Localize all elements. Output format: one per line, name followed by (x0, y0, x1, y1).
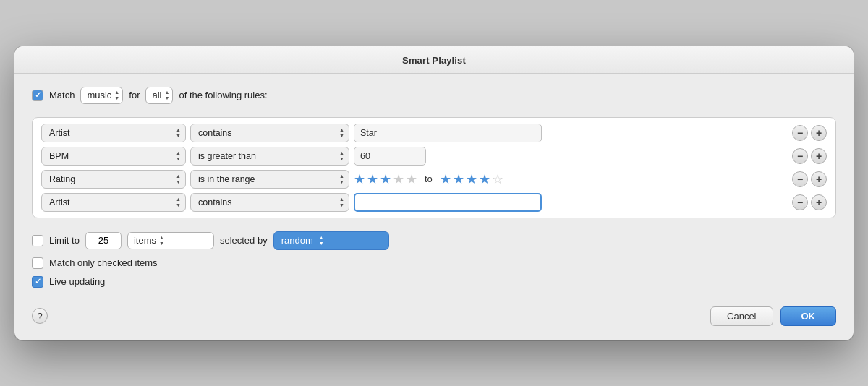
rule-field-select-1[interactable]: Artist ▲ ▼ (41, 124, 186, 142)
star-5[interactable]: ★ (406, 171, 417, 187)
limit-line: Limit to items ▲ ▼ selected by random ▲ … (32, 231, 836, 250)
add-rule-4[interactable]: + (811, 194, 827, 210)
rule-row: Artist ▲ ▼ contains ▲ ▼ − (41, 193, 827, 212)
for-label: for (129, 90, 140, 100)
rating-to-stars[interactable]: ★ ★ ★ ★ ☆ (440, 171, 503, 187)
rule-condition-select-3[interactable]: is in the range ▲ ▼ (190, 170, 349, 189)
selected-by-label: selected by (220, 235, 268, 246)
rule-value-input-2[interactable] (354, 147, 426, 166)
remove-rule-4[interactable]: − (792, 194, 808, 210)
music-select[interactable]: music ▲ ▼ (80, 87, 123, 104)
star-t1[interactable]: ★ (440, 171, 451, 187)
match-label: Match (49, 90, 75, 100)
live-updating-line: Live updating (32, 276, 836, 288)
star-2[interactable]: ★ (367, 171, 378, 187)
match-only-checked-label: Match only checked items (49, 257, 158, 268)
rule-value-input-1[interactable] (354, 124, 542, 142)
star-t2[interactable]: ★ (453, 171, 464, 187)
rule-row: Artist ▲ ▼ contains ▲ ▼ − (41, 124, 827, 142)
rule-field-select-2[interactable]: BPM ▲ ▼ (41, 147, 186, 166)
live-updating-label: Live updating (49, 276, 105, 287)
add-rule-3[interactable]: + (811, 171, 827, 187)
star-4[interactable]: ★ (393, 171, 404, 187)
dialog-title: Smart Playlist (14, 46, 854, 74)
rule-condition-select-2[interactable]: is greater than ▲ ▼ (190, 147, 349, 166)
rule-condition-select-1[interactable]: contains ▲ ▼ (190, 124, 349, 142)
help-button[interactable]: ? (32, 308, 48, 324)
remove-rule-2[interactable]: − (792, 148, 808, 164)
match-row: Match music ▲ ▼ for all ▲ ▼ of the follo… (32, 87, 836, 104)
star-t5[interactable]: ☆ (492, 171, 503, 187)
rule-row: Rating ▲ ▼ is in the range ▲ ▼ ★ (41, 170, 827, 189)
limit-unit-select[interactable]: items ▲ ▼ (127, 232, 214, 249)
smart-playlist-dialog: Smart Playlist Match music ▲ ▼ for all ▲… (14, 46, 854, 340)
rating-from-stars[interactable]: ★ ★ ★ ★ ★ (354, 171, 417, 187)
live-updating-checkbox[interactable] (32, 276, 43, 288)
rule-field-select-3[interactable]: Rating ▲ ▼ (41, 170, 186, 189)
cancel-button[interactable]: Cancel (710, 306, 773, 326)
all-select[interactable]: all ▲ ▼ (145, 87, 173, 104)
star-1[interactable]: ★ (354, 171, 365, 187)
selected-by-select[interactable]: random ▲ ▼ (273, 231, 389, 250)
rule-condition-select-4[interactable]: contains ▲ ▼ (190, 193, 349, 212)
add-rule-1[interactable]: + (811, 125, 827, 141)
limit-checkbox[interactable] (32, 235, 43, 246)
match-checkbox[interactable] (32, 90, 43, 101)
star-t3[interactable]: ★ (466, 171, 477, 187)
limit-label: Limit to (49, 235, 80, 246)
options-area: Limit to items ▲ ▼ selected by random ▲ … (32, 231, 836, 288)
limit-value-input[interactable] (85, 232, 122, 249)
match-checked-line: Match only checked items (32, 257, 836, 269)
rule-row: BPM ▲ ▼ is greater than ▲ ▼ − (41, 147, 827, 166)
rule-field-select-4[interactable]: Artist ▲ ▼ (41, 193, 186, 212)
dialog-footer: ? Cancel OK (32, 304, 836, 326)
footer-buttons: Cancel OK (710, 306, 836, 326)
star-t4[interactable]: ★ (479, 171, 490, 187)
remove-rule-1[interactable]: − (792, 125, 808, 141)
of-label: of the following rules: (179, 90, 267, 100)
to-label: to (425, 173, 433, 184)
match-only-checked-checkbox[interactable] (32, 257, 43, 269)
remove-rule-3[interactable]: − (792, 171, 808, 187)
rule-value-input-4[interactable] (354, 193, 542, 212)
star-3[interactable]: ★ (380, 171, 391, 187)
ok-button[interactable]: OK (780, 306, 837, 326)
add-rule-2[interactable]: + (811, 148, 827, 164)
rules-area: Artist ▲ ▼ contains ▲ ▼ − (32, 117, 836, 218)
